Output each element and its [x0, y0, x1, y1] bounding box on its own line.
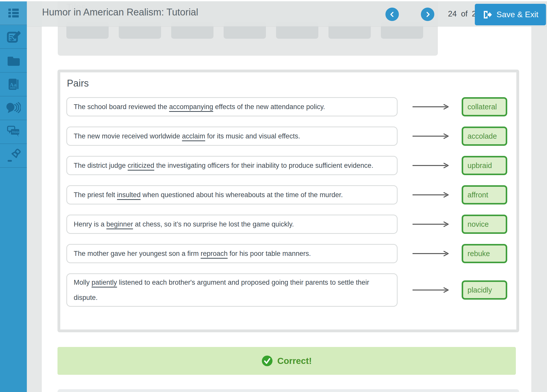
- answer-tile[interactable]: novice: [462, 215, 507, 234]
- pair-row: The mother gave her youngest son a firm …: [66, 244, 511, 263]
- sentence-text-pre: The mother gave her youngest son a firm: [74, 250, 201, 257]
- answer-tile[interactable]: affront: [462, 185, 507, 204]
- translation-icon: Hola: [6, 125, 21, 139]
- arrow-icon: [412, 251, 450, 257]
- answer-word: collateral: [467, 103, 497, 111]
- sidebar-item-translate[interactable]: Hola: [0, 120, 27, 144]
- answer-word: affront: [467, 191, 488, 199]
- underlined-word: accompanying: [169, 103, 213, 111]
- arrow-icon: [412, 221, 450, 227]
- sentence-text-pre: The school board reviewed the: [74, 103, 169, 111]
- sentence-box[interactable]: The new movie received worldwide acclaim…: [66, 127, 398, 146]
- feedback-banner: Correct!: [57, 347, 516, 375]
- page-title: Humor in American Realism: Tutorial: [42, 7, 198, 18]
- sidebar: Aa Hola: [0, 1, 27, 392]
- answer-tile[interactable]: placidly: [462, 280, 507, 300]
- sidebar-item-course-outline[interactable]: [0, 1, 27, 25]
- feedback-label: Correct!: [277, 356, 312, 366]
- content-area: Tiles Pairs The school board reviewed th…: [42, 1, 531, 392]
- sidebar-item-glossary[interactable]: Aa: [0, 73, 27, 96]
- dictionary-icon: Aa: [7, 77, 20, 91]
- sentence-text-post: for his poor table manners.: [228, 250, 311, 257]
- exit-icon: [482, 10, 492, 19]
- sentence-box[interactable]: The mother gave her youngest son a firm …: [66, 244, 398, 263]
- answer-word: accolade: [467, 132, 497, 140]
- arrow-icon: [412, 192, 450, 198]
- highlighter-icon: [6, 149, 21, 163]
- sentence-box[interactable]: The district judge criticized the invest…: [66, 156, 398, 175]
- pair-row: Henry is a beginner at chess, so it’s no…: [66, 215, 511, 234]
- pairs-card: Pairs The school board reviewed the acco…: [57, 70, 519, 332]
- underlined-word: insulted: [117, 191, 141, 199]
- sentence-text-post: when questioned about his whereabouts at…: [141, 191, 343, 199]
- translation-icon-label: Hola: [12, 130, 19, 134]
- speech-icon: [6, 101, 21, 115]
- chevron-left-icon: [389, 11, 396, 18]
- sidebar-item-read-aloud[interactable]: [0, 96, 27, 120]
- pair-row: The priest felt insulted when questioned…: [66, 185, 511, 204]
- sentence-text-post: the investigating officers for their ina…: [154, 162, 373, 169]
- app-screen: Aa Hola: [0, 0, 547, 392]
- pairs-rows: The school board reviewed the accompanyi…: [66, 97, 511, 307]
- answer-word: rebuke: [467, 250, 490, 258]
- top-strip: [0, 0, 547, 1]
- pair-row: Molly patiently listened to each brother…: [66, 273, 511, 307]
- sentence-box[interactable]: The school board reviewed the accompanyi…: [66, 97, 398, 116]
- underlined-word: acclaim: [182, 132, 205, 140]
- next-card-strip: [57, 389, 519, 392]
- answer-tile[interactable]: rebuke: [462, 244, 507, 263]
- save-exit-button[interactable]: Save & Exit: [475, 4, 546, 25]
- header-bar: Humor in American Realism: Tutorial 24 o…: [27, 1, 547, 27]
- pair-row: The district judge criticized the invest…: [66, 156, 511, 175]
- underlined-word: criticized: [128, 162, 154, 169]
- sentence-box[interactable]: Molly patiently listened to each brother…: [66, 273, 398, 307]
- sidebar-item-resources[interactable]: [0, 49, 27, 73]
- chevron-right-icon: [424, 11, 431, 18]
- arrow-icon: [412, 104, 450, 110]
- sentence-text-pre: Molly: [74, 279, 92, 286]
- arrow-icon: [412, 162, 450, 169]
- answer-word: placidly: [467, 286, 492, 294]
- list-icon: [7, 8, 20, 19]
- answer-tile[interactable]: accolade: [462, 127, 507, 146]
- sentence-box[interactable]: The priest felt insulted when questioned…: [66, 185, 398, 204]
- sentence-text-post: effects of the new attendance policy.: [213, 103, 325, 111]
- page-separator: of: [461, 9, 467, 18]
- sidebar-item-notes[interactable]: [0, 25, 27, 49]
- sentence-text-post: at chess, so it’s no surprise he lost th…: [133, 220, 294, 228]
- arrow-icon: [412, 133, 450, 139]
- check-circle-icon: [262, 355, 273, 366]
- pairs-heading: Pairs: [67, 77, 516, 89]
- sidebar-item-highlighter[interactable]: [0, 144, 27, 168]
- underlined-word: reproach: [201, 250, 228, 257]
- sentence-text-pre: The district judge: [74, 162, 128, 169]
- pair-row: The school board reviewed the accompanyi…: [66, 97, 511, 116]
- underlined-word: patiently: [92, 279, 117, 286]
- folder-icon: [6, 54, 21, 67]
- sentence-text-pre: The new movie received worldwide: [74, 132, 182, 140]
- answer-word: upbraid: [467, 161, 492, 170]
- answer-tile[interactable]: collateral: [462, 97, 507, 116]
- sentence-text-post: for its music and visual effects.: [205, 132, 300, 140]
- arrow-icon: [412, 287, 450, 293]
- save-exit-label: Save & Exit: [497, 10, 538, 19]
- next-button[interactable]: [421, 8, 434, 21]
- sentence-text-pre: The priest felt: [74, 191, 117, 199]
- compose-icon: [6, 30, 21, 44]
- sentence-box[interactable]: Henry is a beginner at chess, so it’s no…: [66, 215, 398, 234]
- underlined-word: beginner: [106, 220, 133, 228]
- pair-row: The new movie received worldwide acclaim…: [66, 127, 511, 146]
- sentence-text-post: listened to each brother's argument and …: [74, 279, 369, 301]
- previous-button[interactable]: [385, 8, 399, 21]
- dictionary-icon-text: Aa: [10, 81, 16, 88]
- answer-tile[interactable]: upbraid: [462, 156, 507, 175]
- answer-word: novice: [467, 220, 489, 229]
- page-current: 24: [448, 9, 457, 18]
- sentence-text-pre: Henry is a: [74, 220, 106, 228]
